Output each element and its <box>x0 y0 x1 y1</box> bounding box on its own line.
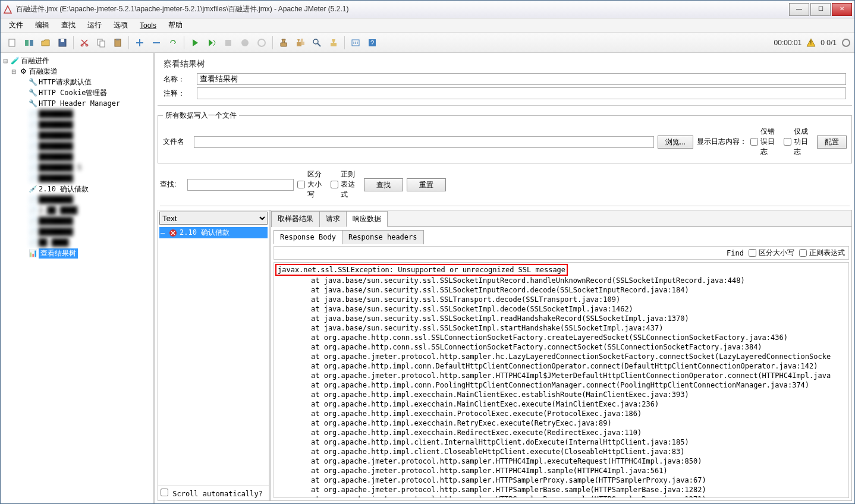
name-label: 名称： <box>164 74 193 84</box>
search-icon[interactable] <box>310 36 324 50</box>
tab-response-data[interactable]: 响应数据 <box>346 211 388 227</box>
tree-item-blurred[interactable]: 📄████████ <box>1 152 153 162</box>
file-label: 文件名 <box>163 137 190 147</box>
tree-item-blurred[interactable]: 📄2.██ ████ <box>1 205 153 216</box>
close-button[interactable]: ✕ <box>832 3 852 16</box>
paste-icon[interactable] <box>111 36 125 50</box>
results-list[interactable]: — 2.10 确认借款 <box>158 226 269 486</box>
menu-file[interactable]: 文件 <box>4 19 28 32</box>
menubar: 文件 编辑 查找 运行 选项 Tools 帮助 <box>1 18 854 33</box>
tree-header-mgr[interactable]: 🔧HTTP Header Manager <box>1 98 153 109</box>
configure-button[interactable]: 配置 <box>817 136 847 149</box>
window-controls: — ☐ ✕ <box>789 3 852 16</box>
reset-search-icon[interactable] <box>326 36 341 50</box>
tree-item-blurred[interactable]: 📄████████ <box>1 141 153 152</box>
cut-icon[interactable] <box>77 36 92 50</box>
scroll-auto-checkbox[interactable]: Scroll automatically? <box>158 486 269 500</box>
clear-all-icon[interactable] <box>293 36 307 50</box>
svg-rect-11 <box>225 40 231 46</box>
case-checkbox[interactable]: 区分大小写 <box>297 169 327 200</box>
thread-count: 0 0/1 <box>821 39 837 47</box>
reset-button[interactable]: 重置 <box>407 178 446 191</box>
stop-icon[interactable] <box>221 36 235 50</box>
tree-item-blurred[interactable]: 📄████████ <box>1 216 153 226</box>
result-item[interactable]: — 2.10 确认借款 <box>159 227 268 238</box>
find-regex-checkbox[interactable]: 正则表达式 <box>799 248 845 258</box>
tree-view-results[interactable]: 📊查看结果树 <box>1 248 153 259</box>
svg-text:!: ! <box>810 40 812 46</box>
error-icon <box>169 229 177 237</box>
help-icon[interactable]: ? <box>365 36 379 50</box>
new-icon[interactable] <box>5 36 20 50</box>
open-icon[interactable] <box>39 36 53 50</box>
svg-rect-8 <box>100 41 105 47</box>
tree-cookie-mgr[interactable]: 🔧HTTP Cookie管理器 <box>1 87 153 98</box>
renderer-select[interactable]: Text <box>159 212 268 225</box>
tree-sampler-210[interactable]: 💉2.10 确认借款 <box>1 184 153 194</box>
save-icon[interactable] <box>55 36 70 50</box>
name-input[interactable] <box>197 73 846 85</box>
tree-item-blurred[interactable]: 📄████████ <box>1 173 153 184</box>
tree-item-blurred[interactable]: 📄██ ████ <box>1 237 153 248</box>
search-input[interactable] <box>187 179 294 191</box>
tree-item-blurred[interactable]: 📄████████ <box>1 226 153 237</box>
expand-icon[interactable] <box>133 36 147 50</box>
main-panel: 察看结果树 名称： 注释： 所有数据写入一个文件 文件名 浏览... 显示日志内… <box>155 53 854 503</box>
comment-label: 注释： <box>164 89 193 99</box>
shutdown-icon[interactable] <box>238 36 252 50</box>
browse-button[interactable]: 浏览... <box>658 136 693 149</box>
menu-search[interactable]: 查找 <box>56 19 80 32</box>
remote-start-icon[interactable] <box>254 36 269 50</box>
maximize-button[interactable]: ☐ <box>810 3 831 16</box>
response-body-text[interactable]: javax.net.ssl.SSLException: Unsupported … <box>274 262 849 498</box>
tree-root[interactable]: ⊟🧪百融进件 <box>1 55 153 66</box>
tree-item-blurred[interactable]: 📄████████ <box>1 194 153 205</box>
svg-text:?: ? <box>370 39 374 46</box>
minimize-button[interactable]: — <box>789 3 809 16</box>
svg-point-14 <box>313 39 318 44</box>
toggle-icon[interactable] <box>166 36 180 50</box>
test-plan-tree[interactable]: ⊟🧪百融进件 ⊟⚙百融渠道 🔧HTTP请求默认值 🔧HTTP Cookie管理器… <box>1 53 155 503</box>
function-helper-icon[interactable] <box>348 36 363 50</box>
start-icon[interactable] <box>188 36 202 50</box>
search-button[interactable]: 查找 <box>364 178 403 191</box>
start-no-timers-icon[interactable] <box>205 36 219 50</box>
tree-item-blurred[interactable]: 📄████████ <box>1 130 153 141</box>
menu-help[interactable]: 帮助 <box>164 19 187 32</box>
wrench-icon: 🔧 <box>28 88 37 97</box>
beaker-icon: 🧪 <box>10 56 20 65</box>
toolbar: ? 00:00:01 ! 0 0/1 <box>1 33 854 53</box>
only-error-checkbox[interactable]: 仅错误日志 <box>750 127 780 157</box>
collapse-icon[interactable] <box>149 36 164 50</box>
tree-item-blurred[interactable]: 📄████████ <box>1 109 153 119</box>
tab-request[interactable]: 请求 <box>319 211 347 227</box>
result-item-label: 2.10 确认借款 <box>180 228 230 238</box>
file-input[interactable] <box>194 136 654 148</box>
toolbar-status: 00:00:01 ! 0 0/1 <box>774 38 851 48</box>
tree-thread-group[interactable]: ⊟⚙百融渠道 <box>1 66 153 77</box>
menu-edit[interactable]: 编辑 <box>30 19 54 32</box>
copy-icon[interactable] <box>94 36 108 50</box>
results-icon: 📊 <box>28 248 37 258</box>
menu-run[interactable]: 运行 <box>83 19 106 32</box>
regex-checkbox[interactable]: 正则表达式 <box>331 169 360 200</box>
tab-response-headers[interactable]: Response headers <box>342 230 424 244</box>
comment-input[interactable] <box>197 87 846 99</box>
tree-http-defaults[interactable]: 🔧HTTP请求默认值 <box>1 77 153 87</box>
tree-item-blurred[interactable]: 📄████████ 5 <box>1 162 153 173</box>
svg-point-13 <box>258 39 265 46</box>
status-icon <box>841 38 851 48</box>
tab-sampler-result[interactable]: 取样器结果 <box>271 211 320 227</box>
svg-point-19 <box>843 39 850 46</box>
window-title: 百融进件.jmx (E:\apache-jmeter-5.2.1\apache-… <box>16 4 789 14</box>
find-case-checkbox[interactable]: 区分大小写 <box>749 248 794 258</box>
warning-icon[interactable]: ! <box>806 38 816 48</box>
only-success-checkbox[interactable]: 仅成功日志 <box>784 127 813 157</box>
tree-item-blurred[interactable]: 📄████████ <box>1 119 153 130</box>
tab-response-body[interactable]: Response Body <box>274 230 342 244</box>
menu-tools[interactable]: Tools <box>135 20 161 31</box>
pipette-icon: 💉 <box>28 184 37 194</box>
menu-options[interactable]: 选项 <box>109 19 133 32</box>
templates-icon[interactable] <box>22 36 36 50</box>
clear-icon[interactable] <box>276 36 291 50</box>
